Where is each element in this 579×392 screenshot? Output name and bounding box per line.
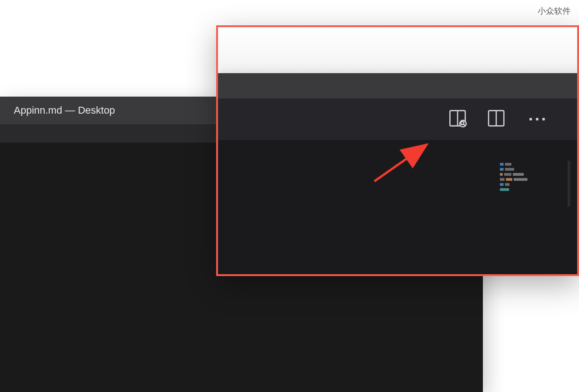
minimap[interactable] bbox=[500, 163, 564, 200]
highlight-frame bbox=[216, 25, 579, 276]
window-titlebar-zoom bbox=[218, 73, 579, 98]
dot-icon bbox=[536, 118, 539, 121]
open-preview-to-side-icon bbox=[448, 109, 467, 129]
open-preview-to-side-button[interactable] bbox=[447, 109, 468, 129]
dot-icon bbox=[542, 118, 545, 121]
split-editor-button[interactable] bbox=[486, 109, 506, 129]
watermark-text: 小众软件 bbox=[538, 6, 571, 17]
editor-body-zoom bbox=[218, 140, 579, 274]
tab-actions-bar bbox=[218, 98, 579, 140]
editor-window-zoom bbox=[218, 73, 579, 274]
inset-background bbox=[218, 27, 577, 274]
dot-icon bbox=[529, 118, 532, 121]
window-title: Appinn.md — Desktop bbox=[14, 104, 115, 116]
split-editor-icon bbox=[487, 109, 505, 129]
more-actions-button[interactable] bbox=[525, 113, 550, 125]
minimap-scrollbar[interactable] bbox=[568, 161, 570, 207]
